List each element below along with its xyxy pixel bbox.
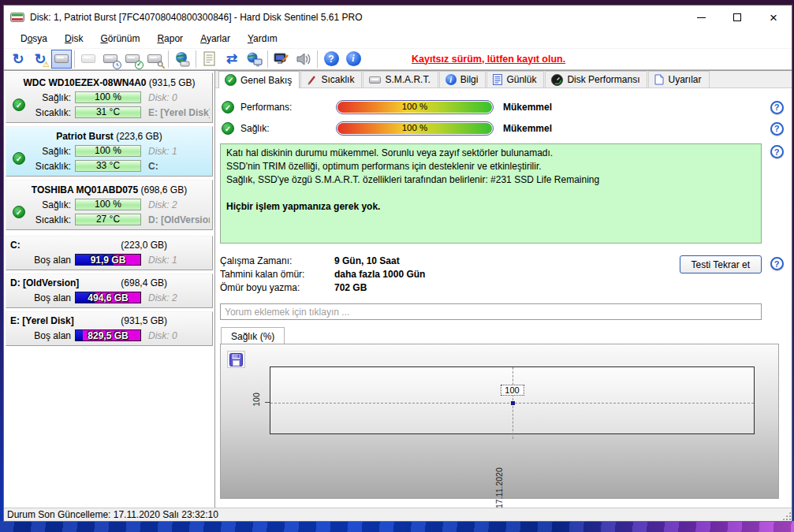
disk-name: Patriot Burst (56, 131, 114, 142)
retest-button[interactable]: Testi Tekrar et (680, 255, 762, 273)
tab-gunluk[interactable]: Günlük (486, 71, 544, 87)
disk-size: (931,5 GB) (149, 77, 196, 88)
disk-ok-icon: ✓ (13, 152, 25, 165)
help-icon[interactable]: ? (770, 101, 784, 114)
comment-input[interactable] (220, 303, 762, 320)
globe-disk-icon[interactable] (171, 49, 193, 69)
drive-letter: C: (141, 161, 210, 172)
help-icon[interactable]: ? (320, 49, 342, 69)
menu-dosya[interactable]: Dosya (12, 31, 56, 47)
log-doc-icon (493, 74, 502, 85)
performance-status: Mükemmel (503, 102, 552, 113)
refresh-warning-icon[interactable]: ↻⚠ (29, 49, 51, 69)
maximize-button[interactable] (719, 6, 755, 29)
window-controls: × (683, 6, 792, 29)
smart-disk-icon (369, 76, 381, 84)
lifetime-stats: Çalışma Zamanı:9 Gün, 10 Saat Tahmini ka… (220, 255, 425, 295)
status-bar: Durum Son Güncelleme: 17.11.2020 Salı 23… (4, 508, 792, 521)
disk-size: (223,6 GB) (116, 131, 162, 142)
disk-item-patriot[interactable]: Patriot Burst (223,6 GB) ✓ Sağlık: 100 %… (6, 126, 213, 177)
thermometer-icon (307, 74, 317, 85)
toolbar-separator (196, 50, 196, 68)
health-label: Sağlık: (29, 92, 75, 103)
main-panel: ✓ Genel Bakış Sıcaklık S.M.A.R.T. i Bilg… (215, 71, 792, 508)
tab-sicaklik[interactable]: Sıcaklık (300, 71, 362, 87)
speaker-icon[interactable] (293, 49, 315, 69)
menu-ayarlar[interactable]: Ayarlar (192, 31, 239, 47)
info-icon[interactable]: i (342, 49, 364, 69)
overview-tab-icon: ✓ (225, 74, 237, 86)
menu-gorunum[interactable]: Görünüm (91, 31, 148, 47)
disk-item-wdc[interactable]: WDC WD10EZEX-08WN4A0 (931,5 GB) ✓ Sağlık… (6, 73, 213, 123)
temp-label: Sıcaklık: (29, 107, 75, 118)
network-pc-icon[interactable] (243, 49, 265, 69)
message-line: Sağlık, SSD'ye özgü S.M.A.R.T. özellikle… (226, 173, 755, 187)
resize-grip[interactable] (781, 511, 792, 521)
toolbar-separator (74, 50, 75, 68)
pc-edit-icon[interactable] (270, 49, 293, 69)
partition-item-e[interactable]: E: [Yerel Disk](931,5 GB) Boş alan 829,5… (6, 311, 213, 346)
temp-bar: 31 °C (75, 106, 141, 118)
health-bar: 100 % (75, 145, 141, 157)
y-axis-tick-label: 100 (252, 392, 261, 407)
data-point-label: 100 (500, 385, 524, 396)
performance-label: Performans: (240, 102, 336, 113)
tab-bilgi[interactable]: i Bilgi (439, 71, 486, 87)
partition-item-d[interactable]: D: [OldVersion](698,4 GB) Boş alan 494,6… (6, 273, 213, 308)
tab-smart[interactable]: S.M.A.R.T. (363, 71, 438, 87)
disk-disabled-icon (77, 49, 99, 69)
alerts-page-icon (654, 74, 664, 85)
health-bar: 100 % (336, 121, 494, 136)
partition-item-c[interactable]: C:(223,0 GB) Boş alan 91,9 GB Disk: 1 (6, 236, 213, 270)
title-bar: Disk: 1, Patriot Burst [7FC4070804080030… (4, 6, 792, 29)
free-space-label: Boş alan (29, 330, 75, 341)
disk-clock-icon[interactable] (99, 49, 121, 69)
disk-check-icon[interactable]: ✓ (121, 49, 144, 69)
health-bar: 100 % (75, 199, 141, 210)
x-axis-date-label: 17.11.2020 (494, 459, 504, 508)
chart-tab-saglik[interactable]: Sağlık (%) (221, 327, 285, 344)
tab-disk-performansi[interactable]: Disk Performansı (545, 71, 647, 87)
stats-row: Çalışma Zamanı:9 Gün, 10 Saat Tahmini ka… (220, 255, 792, 295)
health-label: Sağlık: (240, 123, 336, 134)
disk-ok-icon: ✓ (13, 99, 25, 111)
sync-icon[interactable]: ⇄ (221, 49, 243, 69)
help-icon[interactable]: ? (770, 145, 784, 158)
register-link[interactable]: Kayıtsız sürüm, lütfen kayıt olun. (412, 54, 565, 65)
tab-uyarilar[interactable]: Uyarılar (648, 71, 709, 87)
minimize-button[interactable] (683, 6, 719, 29)
disk-number: Disk: 2 (141, 292, 210, 303)
partition-size: (931,5 GB) (121, 315, 167, 326)
report-icon[interactable] (199, 49, 221, 69)
menu-yardim[interactable]: Yardım (239, 31, 286, 47)
overview-pane: ✓ Performans: 100 % Mükemmel ? ✓ Sağlık:… (215, 88, 792, 508)
help-icon[interactable]: ? (770, 122, 784, 136)
disk-window-icon[interactable] (51, 50, 72, 69)
help-icon[interactable]: ? (770, 257, 784, 270)
tab-bar: ✓ Genel Bakış Sıcaklık S.M.A.R.T. i Bilg… (215, 71, 792, 88)
free-space-bar: 494,6 GB (75, 292, 141, 303)
tab-genel-bakis[interactable]: ✓ Genel Bakış (218, 71, 300, 88)
menu-rapor[interactable]: Rapor (148, 31, 192, 47)
disk-sidebar: WDC WD10EZEX-08WN4A0 (931,5 GB) ✓ Sağlık… (4, 71, 215, 508)
temp-label: Sıcaklık: (29, 161, 75, 172)
chart-section: Sağlık (%) 100 (220, 326, 792, 499)
disk-search-icon[interactable] (144, 49, 166, 69)
disk-item-toshiba[interactable]: TOSHIBA MQ01ABD075 (698,6 GB) ✓ Sağlık: … (6, 180, 213, 230)
desktop-wallpaper (0, 521, 794, 532)
menu-bar: Dosya Disk Görünüm Rapor Ayarlar Yardım (4, 29, 792, 48)
refresh-icon[interactable]: ↻ (7, 49, 29, 69)
status-message-row: Katı hal diskinin durumu mükemmel. Sorun… (220, 143, 792, 244)
performance-bar: 100 % (336, 100, 494, 114)
partition-size: (698,4 GB) (121, 277, 167, 288)
close-button[interactable]: × (755, 6, 792, 29)
data-point (511, 401, 515, 405)
window-title: Disk: 1, Patriot Burst [7FC4070804080030… (30, 12, 363, 23)
save-chart-button[interactable] (227, 351, 245, 368)
partition-size: (223,0 GB) (121, 240, 167, 251)
disk-number: Disk: 2 (141, 199, 210, 210)
message-line: SSD'nin TRIM özelliği, optimum performan… (226, 160, 755, 173)
message-line-bold: Hiçbir işlem yapmanıza gerek yok. (226, 200, 755, 214)
drive-letter: E: [Yerel Disk] (141, 107, 210, 118)
menu-disk[interactable]: Disk (56, 31, 91, 47)
